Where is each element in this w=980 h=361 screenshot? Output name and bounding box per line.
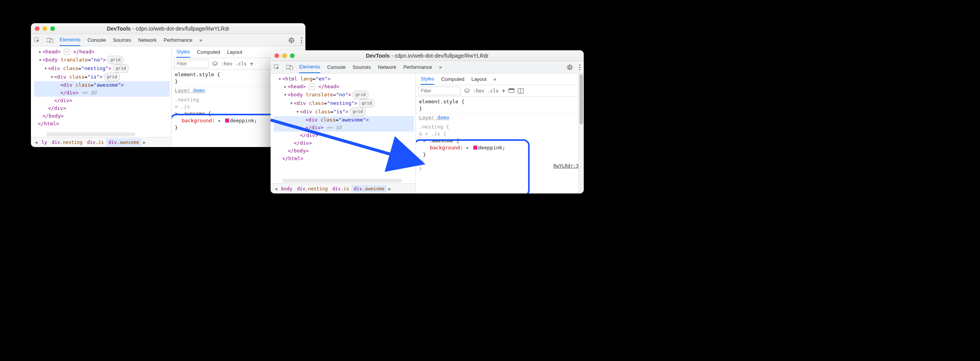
dom-close-html[interactable]: </html> — [274, 155, 414, 163]
dom-close-is[interactable]: </div> — [34, 97, 170, 104]
svg-point-14 — [301, 39, 302, 41]
kebab-icon[interactable] — [579, 64, 581, 70]
vertical-scrollbar[interactable] — [578, 74, 584, 193]
chevron-right-icon[interactable]: ▶ — [387, 186, 392, 192]
dom-close-nesting[interactable]: </div> — [34, 104, 170, 112]
tabs-overflow[interactable]: » — [439, 61, 442, 73]
ellipsis-icon[interactable]: ⋯ — [64, 49, 70, 55]
grid-badge[interactable]: grid — [353, 91, 368, 99]
tab-performance[interactable]: Performance — [164, 34, 192, 46]
grid-badge[interactable]: grid — [359, 99, 375, 108]
devtools-window-new: DevTools - cdpn.io/web-dot-dev/fullpage/… — [271, 50, 584, 193]
dom-node-nesting[interactable]: ▾<div class="nesting">grid — [34, 64, 170, 73]
dom-node-body[interactable]: ▾<body translate="no">grid — [274, 91, 414, 99]
dom-close-is[interactable]: </div> — [274, 132, 414, 139]
filter-input[interactable] — [174, 60, 209, 68]
gear-icon[interactable] — [567, 64, 573, 70]
layer-link[interactable]: demo — [193, 87, 205, 93]
inspect-icon[interactable] — [34, 37, 40, 43]
breadcrumb-is[interactable]: div.is — [330, 185, 351, 193]
dom-node-body[interactable]: ▾<body translate="no">grid — [34, 56, 170, 64]
tab-elements[interactable]: Elements — [299, 61, 320, 73]
tab-computed[interactable]: Computed — [441, 74, 464, 85]
filter-input[interactable] — [418, 87, 461, 95]
device-toggle-icon[interactable] — [46, 38, 53, 43]
tab-console[interactable]: Console — [327, 61, 346, 73]
device-toggle-icon[interactable] — [286, 65, 293, 70]
styles-rules[interactable]: element.style { } Layer demo RwYLRdr:36 … — [416, 97, 584, 193]
devtools-window-old: DevTools - cdpn.io/web-dot-dev/fullpage/… — [31, 23, 305, 147]
tab-network[interactable]: Network — [378, 61, 397, 73]
layer-label[interactable]: Layer demo — [419, 114, 581, 121]
layer-link[interactable]: demo — [437, 115, 449, 120]
breadcrumb-nesting[interactable]: div.nesting — [49, 139, 85, 146]
svg-line-26 — [571, 68, 572, 69]
breadcrumb-is[interactable]: div.is — [85, 139, 106, 146]
cls-button[interactable]: .cls — [235, 61, 247, 67]
dom-node-awesome-close[interactable]: </div> == $0 — [34, 89, 170, 97]
dom-node-is[interactable]: ▾<div class="is">grid — [34, 73, 170, 81]
dom-node-awesome[interactable]: <div class="awesome"> — [274, 116, 414, 124]
cls-button[interactable]: .cls — [487, 88, 499, 94]
inspect-icon[interactable] — [274, 64, 280, 70]
grid-badge[interactable]: grid — [107, 56, 123, 64]
dom-node-head[interactable]: ▸<head> ⋯ </head> — [274, 83, 414, 91]
layers-icon[interactable] — [212, 61, 218, 67]
grid-badge[interactable]: grid — [113, 64, 129, 73]
selector-element-style: element.style { — [419, 98, 581, 105]
dom-node-awesome[interactable]: <div class="awesome"> — [34, 81, 170, 89]
layers-icon[interactable] — [464, 88, 470, 94]
breadcrumb-awesome[interactable]: div.awesome — [351, 185, 387, 193]
dom-node-nesting[interactable]: ▾<div class="nesting">grid — [274, 99, 414, 108]
horizontal-scrollbar[interactable] — [46, 132, 135, 136]
dom-close-body[interactable]: </body> — [274, 147, 414, 155]
titlebar[interactable]: DevTools - cdpn.io/web-dot-dev/fullpage/… — [271, 50, 584, 61]
new-rule-button[interactable]: + — [250, 60, 254, 67]
tab-sources[interactable]: Sources — [113, 34, 131, 46]
tab-sources[interactable]: Sources — [353, 61, 371, 73]
dom-node-is[interactable]: ▾<div class="is">grid — [274, 108, 414, 116]
dom-close-html[interactable]: </html> — [34, 120, 170, 128]
tab-console[interactable]: Console — [87, 34, 106, 46]
tab-elements[interactable]: Elements — [60, 34, 80, 46]
tab-network[interactable]: Network — [138, 34, 157, 46]
ellipsis-icon[interactable]: ⋯ — [309, 84, 315, 90]
titlebar[interactable]: DevTools - cdpn.io/web-dot-dev/fullpage/… — [31, 23, 305, 34]
dom-node-html[interactable]: ▾<html lang="en"> — [274, 75, 414, 83]
source-link[interactable]: RwYLRdr:36 — [554, 163, 581, 169]
dom-node-head[interactable]: ▸<head> ⋯ </head> — [34, 48, 170, 56]
svg-line-25 — [568, 65, 569, 66]
hov-button[interactable]: :hov — [221, 61, 232, 67]
horizontal-scrollbar[interactable] — [282, 179, 402, 183]
computed-toggle-icon[interactable] — [518, 88, 524, 94]
chevron-right-icon[interactable]: ▶ — [141, 140, 147, 145]
breadcrumb-body[interactable]: body — [279, 185, 295, 193]
tabs-overflow[interactable]: » — [199, 34, 202, 46]
tab-computed[interactable]: Computed — [197, 46, 220, 58]
element-style-rule[interactable]: element.style { } — [419, 98, 581, 112]
tab-layout[interactable]: Layout — [227, 46, 242, 58]
breadcrumb-awesome[interactable]: div.awesome — [106, 139, 141, 146]
kebab-icon[interactable] — [301, 37, 302, 43]
grid-badge[interactable]: grid — [104, 73, 120, 81]
dom-tree[interactable]: ▾<html lang="en"> ▸<head> ⋯ </head> ▾<bo… — [271, 74, 416, 183]
grid-badge[interactable]: grid — [350, 108, 366, 116]
tab-performance[interactable]: Performance — [403, 61, 432, 73]
tab-styles[interactable]: Styles — [421, 74, 434, 85]
new-rule-button[interactable]: + — [502, 87, 506, 94]
styles-toolbar: :hov .cls + — [416, 85, 584, 97]
tabs-overflow[interactable]: » — [493, 74, 496, 85]
gear-icon[interactable] — [288, 37, 295, 43]
breadcrumb-body-cut[interactable]: ly — [39, 139, 49, 146]
dom-close-nesting[interactable]: </div> — [274, 139, 414, 147]
rendering-icon[interactable] — [508, 88, 515, 94]
dom-tree[interactable]: ▸<head> ⋯ </head> ▾<body translate="no">… — [31, 46, 171, 137]
dom-node-awesome-close[interactable]: </div> == $0 — [274, 124, 414, 132]
dom-close-body[interactable]: </body> — [34, 112, 170, 120]
chevron-left-icon[interactable]: ◀ — [33, 140, 39, 145]
breadcrumb-nesting[interactable]: div.nesting — [295, 185, 330, 193]
hov-button[interactable]: :hov — [473, 88, 484, 94]
tab-layout[interactable]: Layout — [471, 74, 486, 85]
chevron-left-icon[interactable]: ◀ — [273, 186, 279, 192]
tab-styles[interactable]: Styles — [176, 46, 190, 58]
